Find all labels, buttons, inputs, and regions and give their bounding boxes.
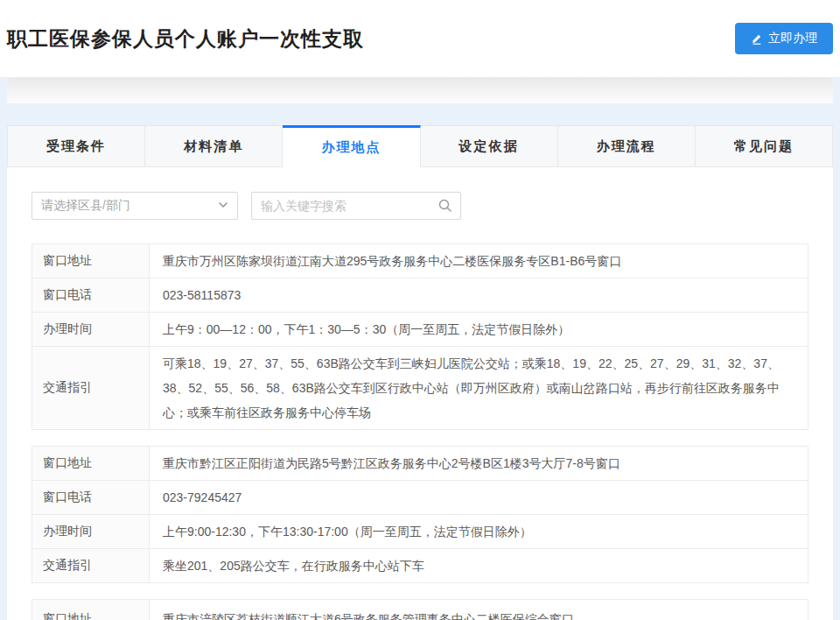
info-value: 023-58115873: [150, 278, 808, 312]
info-label: 窗口地址: [32, 244, 150, 278]
edit-icon: [751, 32, 763, 45]
info-value: 重庆市黔江区正阳街道为民路5号黔江区政务服务中心2号楼B区1楼3号大厅7-8号窗…: [150, 447, 808, 480]
page: 职工医保参保人员个人账户一次性支取 立即办理 受理条件材料清单办理地点设定依据办…: [0, 0, 840, 620]
location-list: 窗口地址重庆市万州区陈家坝街道江南大道295号政务服务中心二楼医保服务专区B1-…: [32, 243, 808, 620]
info-label: 窗口电话: [32, 278, 150, 312]
district-select[interactable]: 请选择区县/部门: [32, 192, 238, 220]
table-row: 交通指引乘坐201、205路公交车，在行政服务中心站下车: [32, 549, 808, 582]
info-value: 023-79245427: [150, 481, 808, 514]
info-value: 乘坐201、205路公交车，在行政服务中心站下车: [150, 549, 808, 582]
table-row: 窗口电话023-79245427: [32, 481, 808, 515]
apply-now-button[interactable]: 立即办理: [735, 23, 833, 54]
location-table: 窗口地址重庆市万州区陈家坝街道江南大道295号政务服务中心二楼医保服务专区B1-…: [32, 243, 808, 430]
tab-5[interactable]: 办理流程: [558, 125, 696, 167]
table-row: 办理时间上午9:00-12:30，下午13:30-17:00（周一至周五，法定节…: [32, 515, 808, 549]
district-select-placeholder: 请选择区县/部门: [41, 198, 130, 214]
tab-2[interactable]: 材料清单: [145, 125, 283, 167]
info-value: 上午9:00-12:30，下午13:30-17:00（周一至周五，法定节假日除外…: [150, 515, 808, 548]
table-row: 交通指引可乘18、19、27、37、55、63B路公交车到三峡妇儿医院公交站；或…: [32, 347, 808, 429]
table-row: 窗口地址重庆市万州区陈家坝街道江南大道295号政务服务中心二楼医保服务专区B1-…: [32, 244, 808, 278]
chevron-down-icon: [218, 199, 228, 213]
info-label: 窗口地址: [32, 600, 150, 620]
location-table: 窗口地址重庆市黔江区正阳街道为民路5号黔江区政务服务中心2号楼B区1楼3号大厅7…: [32, 446, 808, 583]
info-label: 办理时间: [32, 515, 150, 548]
content-panel: 受理条件材料清单办理地点设定依据办理流程常见问题 请选择区县/部门: [7, 125, 833, 620]
tab-1[interactable]: 受理条件: [7, 125, 145, 167]
page-header: 职工医保参保人员个人账户一次性支取 立即办理: [0, 0, 840, 77]
table-row: 窗口地址重庆市黔江区正阳街道为民路5号黔江区政务服务中心2号楼B区1楼3号大厅7…: [32, 447, 808, 481]
tab-bar: 受理条件材料清单办理地点设定依据办理流程常见问题: [7, 125, 833, 167]
location-table: 窗口地址重庆市涪陵区荔枝街道顺江大道6号政务服务管理事务中心二楼医保综合窗口: [32, 599, 808, 620]
apply-now-label: 立即办理: [768, 31, 817, 46]
info-label: 窗口电话: [32, 481, 150, 514]
info-label: 办理时间: [32, 313, 150, 346]
tab-4[interactable]: 设定依据: [421, 125, 558, 167]
filter-bar: 请选择区县/部门: [32, 192, 808, 220]
info-value: 重庆市涪陵区荔枝街道顺江大道6号政务服务管理事务中心二楼医保综合窗口: [150, 600, 808, 620]
table-row: 窗口地址重庆市涪陵区荔枝街道顺江大道6号政务服务管理事务中心二楼医保综合窗口: [32, 600, 808, 620]
info-value: 上午9：00—12：00，下午1：30—5：30（周一至周五，法定节假日除外）: [150, 313, 808, 346]
tab-3[interactable]: 办理地点: [283, 125, 420, 167]
info-label: 交通指引: [32, 549, 150, 582]
info-value: 重庆市万州区陈家坝街道江南大道295号政务服务中心二楼医保服务专区B1-B6号窗…: [150, 244, 808, 278]
info-label: 窗口地址: [32, 447, 150, 480]
page-title: 职工医保参保人员个人账户一次性支取: [7, 25, 364, 53]
info-label: 交通指引: [32, 347, 150, 429]
info-value: 可乘18、19、27、37、55、63B路公交车到三峡妇儿医院公交站；或乘18、…: [150, 347, 808, 429]
hero-band: [7, 77, 833, 103]
table-row: 窗口电话023-58115873: [32, 278, 808, 313]
keyword-search: [251, 192, 461, 220]
search-icon[interactable]: [438, 198, 452, 216]
search-input[interactable]: [251, 192, 461, 220]
tab-6[interactable]: 常见问题: [696, 125, 833, 167]
table-row: 办理时间上午9：00—12：00，下午1：30—5：30（周一至周五，法定节假日…: [32, 313, 808, 347]
